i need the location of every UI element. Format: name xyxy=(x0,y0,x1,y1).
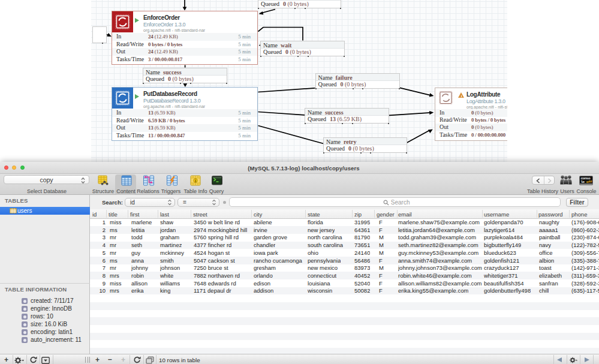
svg-text:i: i xyxy=(195,178,196,183)
